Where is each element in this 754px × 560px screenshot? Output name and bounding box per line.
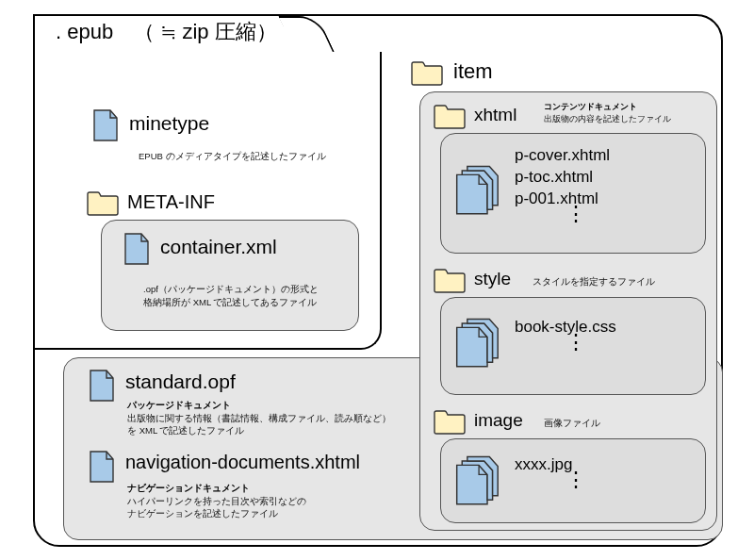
metainf-desc1: .opf（パッケージドキュメント）の形式と [143, 283, 319, 295]
file-icon [123, 232, 151, 266]
item-label: item [453, 59, 493, 84]
file-icon [88, 450, 116, 484]
folder-icon [433, 103, 467, 129]
stack-icon [452, 315, 503, 370]
epub-title: . epub （ ≒ zip 圧縮） [56, 18, 277, 46]
folder-icon [433, 408, 467, 435]
xhtml-desc: 出版物の内容を記述したファイル [544, 113, 671, 125]
style-label: style [474, 269, 511, 289]
image-files: xxxx.jpg ⋮ [515, 454, 588, 485]
image-box: xxxx.jpg ⋮ [440, 438, 706, 523]
vdots-icon: ⋮ [515, 476, 588, 485]
nav-desc2: ナビゲーションを記述したファイル [127, 507, 278, 519]
metainf-label: META-INF [127, 191, 215, 213]
standard-label: standard.opf [125, 371, 236, 393]
image-desc: 画像ファイル [544, 417, 600, 429]
nav-label: navigation-documents.xhtml [125, 452, 360, 473]
xhtml-file: p-toc.xhtml [515, 167, 610, 189]
epub-container: . epub （ ≒ zip 圧縮） minetype EPUB のメディアタイ… [33, 14, 723, 547]
stack-icon [452, 453, 503, 507]
xhtml-file: p-cover.xhtml [515, 145, 610, 167]
folder-icon [86, 189, 120, 216]
standard-desc1: 出版物に関する情報（書誌情報、構成ファイル、読み順など） [127, 412, 391, 424]
image-label: image [474, 410, 523, 431]
xhtml-files: p-cover.xhtml p-toc.xhtml p-001.xhtml ⋮ [515, 145, 610, 219]
xhtml-label: xhtml [474, 105, 516, 125]
nav-sub: ナビゲーションドキュメント [127, 482, 250, 494]
style-desc: スタイルを指定するファイル [533, 275, 655, 288]
folder-icon [410, 59, 444, 86]
container-label: container.xml [160, 236, 277, 258]
folder-icon [433, 267, 467, 293]
xhtml-sub: コンテンツドキュメント [544, 102, 637, 113]
vdots-icon: ⋮ [515, 210, 610, 219]
nav-desc1: ハイパーリンクを持った目次や索引などの [127, 495, 306, 507]
standard-sub: パッケージドキュメント [127, 399, 231, 411]
style-box: book-style.css ⋮ [440, 297, 706, 395]
file-icon [91, 108, 120, 142]
xhtml-file: p-001.xhtml [515, 189, 610, 210]
left-top-panel: minetype EPUB のメディアタイプを記述したファイル META-INF… [33, 52, 382, 350]
style-files: book-style.css ⋮ [515, 317, 616, 347]
vdots-icon: ⋮ [515, 338, 616, 347]
stack-icon [452, 162, 503, 217]
metainf-desc2: 格納場所が XML で記述してあるファイル [143, 296, 317, 308]
metainf-box: container.xml .opf（パッケージドキュメント）の形式と 格納場所… [101, 220, 359, 331]
xhtml-box: p-cover.xhtml p-toc.xhtml p-001.xhtml ⋮ [440, 133, 706, 254]
file-icon [88, 369, 116, 403]
standard-desc2: を XML で記述したファイル [127, 424, 244, 436]
minetype-label: minetype [129, 112, 209, 135]
minetype-desc: EPUB のメディアタイプを記述したファイル [139, 150, 326, 162]
